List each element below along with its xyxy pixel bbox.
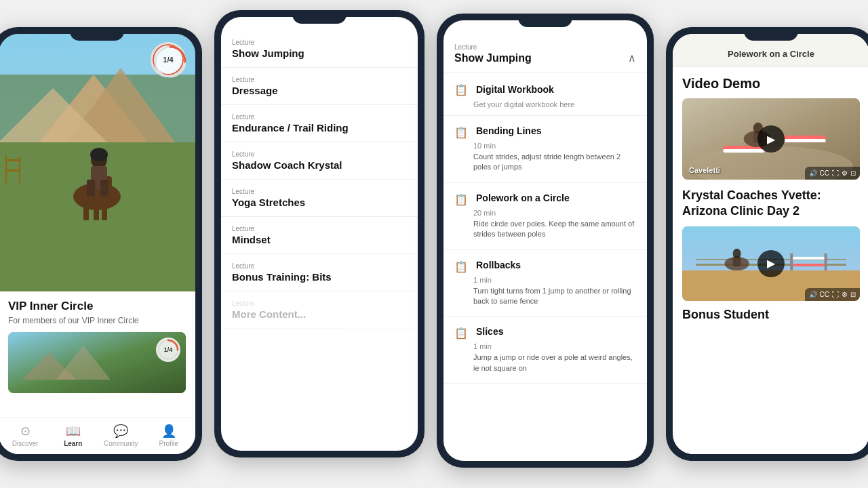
play-button-1[interactable]: ▶: [757, 125, 785, 152]
nav-community-label: Community: [104, 440, 138, 447]
cc-icon[interactable]: CC: [820, 169, 829, 177]
svg-rect-47: [825, 253, 827, 270]
svg-rect-32: [785, 136, 825, 139]
course-thumbnail[interactable]: 1/4: [8, 332, 186, 393]
lecture-title: Mindset: [232, 234, 407, 245]
volume-icon-2[interactable]: 🔊: [809, 291, 817, 298]
cc-icon-2[interactable]: CC: [820, 291, 829, 298]
workbook-section[interactable]: 📋 Digital Workbook Get your digital work…: [443, 73, 647, 116]
svg-point-43: [733, 249, 741, 258]
list-item[interactable]: Lecture Endurance / Trail Riding: [221, 105, 418, 142]
list-item[interactable]: Lecture More Content...: [221, 291, 418, 329]
fullscreen-icon[interactable]: ⛶: [832, 169, 839, 177]
polework-desc: Ride circle over poles. Keep the same am…: [473, 219, 636, 240]
book-icon-4: 📋: [454, 260, 468, 273]
lecture-title: Show Jumping: [232, 47, 407, 59]
discover-icon: ⊙: [20, 424, 31, 439]
lecture-header[interactable]: Lecture Show Jumping ∧: [443, 35, 647, 73]
svg-rect-18: [87, 180, 95, 197]
volume-icon[interactable]: 🔊: [809, 169, 817, 177]
slices-meta: 1 min: [473, 342, 636, 350]
nav-profile-label: Profile: [159, 440, 178, 447]
slices-section[interactable]: 📋 Slices 1 min Jump a jump or ride over …: [443, 317, 647, 384]
nav-learn-label: Learn: [64, 440, 82, 447]
settings-icon-2[interactable]: ⚙: [842, 291, 848, 298]
course-title: VIP Inner Circle: [8, 300, 186, 313]
list-item[interactable]: Lecture Dressage: [221, 68, 418, 105]
rollbacks-desc: Turn tight turns from 1 jump to another …: [473, 286, 636, 307]
svg-rect-13: [83, 207, 89, 220]
bending-meta: 10 min: [473, 142, 636, 150]
list-item[interactable]: Lecture Shadow Coach Krystal: [221, 142, 418, 180]
lecture-title: Dressage: [232, 85, 407, 96]
thumb-progress-text: 1/4: [164, 346, 173, 353]
lecture-title: Shadow Coach Krystal: [232, 159, 407, 171]
progress-text: 1/4: [163, 56, 173, 64]
book-icon: 📋: [454, 83, 468, 96]
coaches-title: Krystal Coaches Yvette: Arizona Clinic D…: [682, 188, 860, 220]
book-icon-5: 📋: [454, 327, 468, 340]
rollbacks-title: Rollbacks: [476, 260, 521, 270]
polework-title: Polework on a Circle: [476, 192, 570, 203]
bending-title: Bending Lines: [476, 125, 541, 136]
lecture-sections: 📋 Digital Workbook Get your digital work…: [443, 73, 647, 461]
lecture-label: Lecture: [232, 39, 407, 46]
phone2-content: Lecture Show Jumping Lecture Dressage Le…: [221, 17, 418, 451]
polework-section[interactable]: 📋 Polework on a Circle 20 min Ride circl…: [443, 183, 647, 250]
phone-notch-3: [518, 14, 572, 27]
svg-rect-45: [791, 257, 825, 260]
workbook-desc: Get your digital workbook here: [473, 100, 636, 108]
list-item[interactable]: Lecture Bonus Training: Bits: [221, 254, 418, 291]
fullscreen-icon-2[interactable]: ⛶: [832, 291, 839, 298]
rollbacks-section[interactable]: 📋 Rollbacks 1 min Turn tight turns from …: [443, 250, 647, 317]
nav-profile[interactable]: 👤 Profile: [145, 424, 193, 447]
svg-rect-14: [94, 207, 99, 220]
video-thumbnail-2[interactable]: ▶ 🔊 CC ⛶ ⚙ ⊡: [682, 226, 860, 301]
phone-notch-1: [70, 27, 124, 41]
video-controls-2[interactable]: 🔊 CC ⛶ ⚙ ⊡: [805, 288, 860, 301]
pip-icon-2[interactable]: ⊡: [850, 291, 856, 298]
lecture-label: Lecture: [232, 113, 407, 121]
video-controls[interactable]: 🔊 CC ⛶ ⚙ ⊡: [805, 167, 860, 180]
lecture-label: Lecture: [232, 262, 407, 270]
nav-discover-label: Discover: [12, 440, 39, 447]
phone-notch-4: [744, 27, 798, 41]
slices-title: Slices: [476, 326, 503, 337]
svg-rect-8: [5, 159, 20, 161]
play-button-2[interactable]: ▶: [757, 250, 785, 277]
settings-icon[interactable]: ⚙: [842, 169, 848, 177]
svg-rect-31: [723, 149, 764, 152]
nav-community[interactable]: 💬 Community: [97, 424, 145, 447]
nav-learn[interactable]: 📖 Learn: [50, 424, 98, 447]
video-label: Caveletti: [689, 166, 720, 174]
svg-point-20: [90, 148, 108, 161]
profile-icon: 👤: [161, 424, 176, 439]
chevron-up-icon: ∧: [628, 52, 636, 64]
lecture-title: More Content...: [232, 308, 407, 320]
lecture-list: Lecture Show Jumping Lecture Dressage Le…: [221, 30, 418, 451]
pip-icon[interactable]: ⊡: [850, 169, 856, 177]
progress-circle: 1/4: [151, 42, 186, 77]
phone-1: 1/4 VIP Inner Circle For members of our …: [0, 27, 202, 461]
list-item[interactable]: Lecture Yoga Stretches: [221, 180, 418, 217]
course-info: VIP Inner Circle For members of our VIP …: [0, 291, 195, 418]
lecture-title: Endurance / Trail Riding: [232, 122, 407, 134]
course-subtitle: For members of our VIP Inner Circle: [8, 316, 186, 325]
nav-discover[interactable]: ⊙ Discover: [1, 424, 50, 447]
bending-lines-section[interactable]: 📋 Bending Lines 10 min Count strides, ad…: [443, 116, 647, 183]
list-item[interactable]: Lecture Mindset: [221, 217, 418, 254]
slices-desc: Jump a jump or ride over a pole at weird…: [473, 352, 636, 373]
thumb-progress: 1/4: [156, 338, 180, 362]
workbook-title: Digital Workbook: [476, 84, 554, 95]
phone3-content: Lecture Show Jumping ∧ 📋 Digital Workboo…: [443, 20, 647, 461]
phone-4: Polework on a Circle Video Demo: [666, 27, 868, 461]
community-icon: 💬: [113, 424, 128, 439]
svg-rect-15: [102, 207, 107, 220]
list-item[interactable]: Lecture Show Jumping: [221, 30, 418, 68]
lecture-label: Lecture: [232, 150, 407, 158]
phone-2: Lecture Show Jumping Lecture Dressage Le…: [214, 10, 425, 458]
bending-desc: Count strides, adjust stride length betw…: [473, 152, 636, 173]
lecture-label: Lecture: [232, 225, 407, 232]
svg-rect-44: [791, 264, 825, 266]
video-thumbnail-1[interactable]: ▶ Caveletti 🔊 CC ⛶ ⚙ ⊡: [682, 98, 860, 180]
